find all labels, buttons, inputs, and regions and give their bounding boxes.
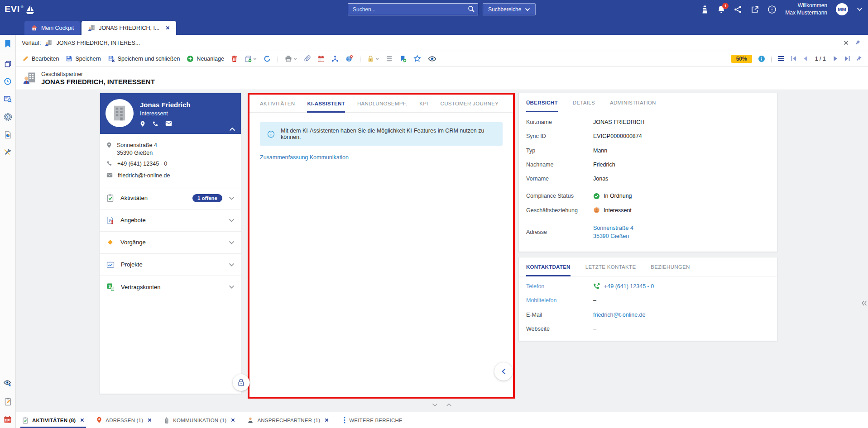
tab-jonas-friedrich[interactable]: JONAS FRIEDRICH, I... [82, 21, 176, 35]
bottom-tab-kommunikation[interactable]: KOMMUNIKATION (1) [164, 412, 235, 428]
search-input[interactable] [348, 3, 478, 15]
section-aktivitaeten[interactable]: Aktivitäten 1 offene [100, 187, 241, 209]
phone-icon[interactable] [152, 121, 158, 127]
open-external-icon[interactable] [751, 5, 759, 14]
copy-record-button[interactable] [245, 55, 257, 62]
bottom-tab-adressen[interactable]: ADRESSEN (1) [96, 412, 152, 428]
tab-close-icon[interactable] [231, 418, 235, 422]
search-icon[interactable] [468, 5, 475, 14]
copy-pages-icon[interactable] [4, 60, 12, 68]
location-pin-icon[interactable] [140, 121, 145, 127]
tab-mein-cockpit[interactable]: Mein Cockpit [24, 21, 80, 35]
lock-button[interactable] [367, 55, 379, 62]
history-icon[interactable] [4, 77, 12, 86]
pin-panel-icon[interactable] [856, 56, 862, 62]
calendar-red-icon[interactable] [4, 415, 12, 423]
more-options-icon[interactable] [767, 5, 777, 14]
prev-page-icon[interactable] [803, 56, 808, 62]
tab-close-icon[interactable] [325, 418, 329, 422]
tab-close-icon[interactable] [80, 418, 84, 422]
tab-aktivitaeten[interactable]: AKTIVITÄTEN [260, 95, 295, 112]
delete-trash-icon[interactable] [231, 55, 238, 62]
tab-customer-journey[interactable]: CUSTOMER JOURNEY [441, 95, 499, 112]
search-scope-dropdown[interactable]: Suchbereiche [483, 3, 536, 15]
bookmark-add-icon[interactable] [399, 55, 407, 62]
section-projekte[interactable]: Projekte [100, 254, 241, 276]
refresh-icon[interactable] [264, 55, 271, 62]
tab-beziehungen[interactable]: BEZIEHUNGEN [651, 257, 690, 276]
save-close-button[interactable]: Speichern und schließen [108, 55, 180, 62]
menu-icon[interactable] [777, 56, 785, 62]
watch-eye-icon[interactable] [428, 56, 436, 62]
email-text[interactable]: friedrich@t-online.de [118, 172, 170, 180]
section-angebote[interactable]: Angebote [100, 209, 241, 232]
favorite-star-icon[interactable] [413, 55, 421, 62]
bottom-tab-weitere-bereiche[interactable]: WEITERE BEREICHE [344, 412, 403, 428]
section-vorgaenge[interactable]: Vorgänge [100, 232, 241, 254]
tab-close-icon[interactable] [166, 26, 170, 30]
field-value: – [593, 325, 596, 333]
bottom-tab-aktivitaeten[interactable]: AKTIVITÄTEN (8) [22, 412, 84, 428]
address-text[interactable]: Sonnenstraße 435390 Gießen [117, 142, 157, 157]
tools-icon[interactable] [4, 148, 12, 157]
notes-clipboard-icon[interactable] [4, 397, 12, 406]
calendar-icon[interactable] [317, 55, 325, 62]
card-search-icon[interactable] [4, 95, 12, 103]
field-telefon: Telefon +49 (641) 12345 - 0 [526, 283, 770, 290]
close-icon[interactable] [844, 40, 849, 45]
tab-details[interactable]: DETAILS [573, 93, 595, 112]
new-record-button[interactable]: Neuanlage [187, 55, 224, 62]
next-page-icon[interactable] [833, 56, 838, 62]
bookmark-icon[interactable] [4, 40, 11, 48]
app-logo: EVI ® [5, 4, 35, 15]
notifications-bell-icon[interactable]: 1 [717, 5, 725, 14]
topbar: EVI ® Suchbereiche [0, 0, 868, 19]
business-partner-icon [88, 24, 95, 32]
automation-gear-icon[interactable] [4, 113, 12, 121]
bottom-tab-ansprechpartner[interactable]: ANSPRECHPARTNER (1) [247, 412, 329, 428]
tab-administration[interactable]: ADMINISTRATION [610, 93, 656, 112]
share-icon[interactable] [734, 5, 742, 14]
phone-link[interactable]: +49 (641) 12345 - 0 [604, 283, 654, 290]
report-pie-icon[interactable] [4, 131, 12, 139]
user-menu-chevron-icon[interactable] [857, 7, 863, 11]
first-page-icon[interactable] [791, 56, 797, 62]
tab-ki-assistent[interactable]: KI-ASSISTENT [307, 95, 345, 112]
address-link[interactable]: Sonnenstraße 4 35390 Gießen [593, 224, 633, 240]
print-button[interactable] [285, 55, 297, 62]
ki-info-text: Mit dem KI-Assistenten haben Sie die Mög… [281, 128, 495, 140]
attachment-icon[interactable] [304, 55, 311, 62]
field-webseite: Webseite – [526, 325, 770, 333]
history-bar-actions [844, 40, 863, 46]
lighthouse-icon[interactable] [701, 5, 709, 14]
email-link[interactable]: friedrich@t-online.de [593, 311, 646, 319]
edit-button[interactable]: Bearbeiten [22, 55, 59, 62]
tab-uebersicht[interactable]: ÜBERSICHT [526, 93, 558, 112]
summary-communication-link[interactable]: Zusammenfassung Kommunikation [260, 154, 349, 161]
tab-kontaktdaten[interactable]: KONTAKTDATEN [526, 257, 571, 276]
rows-icon[interactable] [386, 55, 393, 62]
completeness-badge[interactable]: 50% [731, 55, 752, 63]
collapse-profile-chevron-icon[interactable] [229, 127, 235, 131]
tab-kpi[interactable]: KPI [419, 95, 428, 112]
relations-icon[interactable] [331, 55, 339, 62]
expand-up-icon[interactable] [446, 403, 452, 407]
section-vertragskonten[interactable]: $ Vertragskonten [100, 276, 241, 298]
map-location-icon[interactable] [345, 55, 353, 62]
collapse-panel-button[interactable] [494, 362, 513, 380]
history-entry[interactable]: JONAS FRIEDRICH, INTERES... [56, 40, 140, 46]
watchlist-eye-star-icon[interactable] [3, 379, 12, 388]
email-icon[interactable] [165, 121, 172, 127]
collapse-right-panel-icon[interactable] [861, 300, 867, 306]
pin-panel-icon[interactable] [855, 40, 861, 46]
avatar[interactable]: MM [836, 3, 848, 15]
info-icon[interactable] [758, 55, 765, 62]
tab-letzte-kontakte[interactable]: LETZTE KONTAKTE [585, 257, 636, 276]
phone-text[interactable]: +49 (641) 12345 - 0 [117, 160, 167, 168]
lock-float-button[interactable] [233, 374, 249, 391]
tab-handlungsempf[interactable]: HANDLUNGSEMPF. [357, 95, 407, 112]
tab-close-icon[interactable] [148, 418, 152, 422]
save-button[interactable]: Speichern [66, 55, 101, 62]
last-page-icon[interactable] [844, 56, 850, 62]
expand-down-icon[interactable] [432, 403, 438, 407]
